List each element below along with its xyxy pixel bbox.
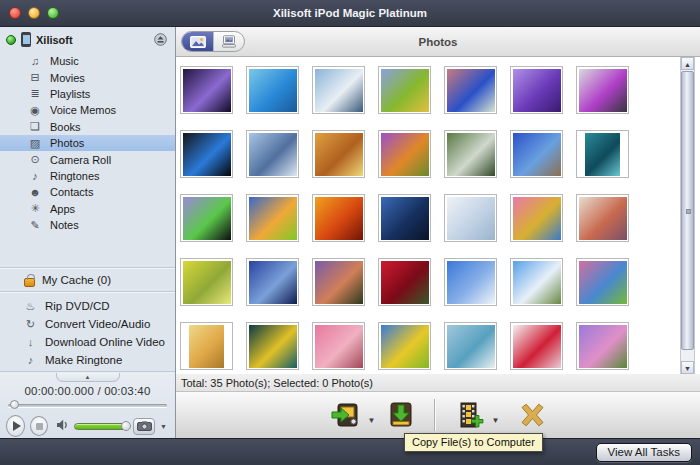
sidebar-item-voice-memos[interactable]: ◉ Voice Memos	[0, 102, 175, 118]
copy-to-device-button[interactable]	[328, 401, 362, 429]
sidebar-item-ringtones[interactable]: ♪ Ringtones	[0, 168, 175, 184]
sidebar-item-photos[interactable]: ▨ Photos	[0, 135, 175, 151]
album-view-icon	[221, 35, 237, 48]
album-view-button[interactable]	[213, 32, 244, 51]
photo-thumbnail[interactable]	[444, 66, 497, 114]
sidebar-tool-rip-dvd-cd[interactable]: ♨ Rip DVD/CD	[0, 297, 175, 315]
photo-thumbnail[interactable]	[576, 322, 629, 370]
photo-thumbnail[interactable]	[180, 258, 233, 306]
sidebar-item-notes[interactable]: ✎ Notes	[0, 217, 175, 233]
sidebar-nav: ♫ Music ⊟ Movies ≣ Playlists ◉ Voice Mem…	[0, 53, 175, 233]
photo-thumbnail[interactable]	[510, 322, 563, 370]
sidebar-item-apps[interactable]: ✳ Apps	[0, 201, 175, 217]
scroll-down-button[interactable]: ▼	[681, 361, 694, 374]
collapse-handle[interactable]: ▲	[56, 373, 120, 382]
photo-thumbnail[interactable]	[444, 258, 497, 306]
chevron-down-icon[interactable]: ▼	[160, 423, 167, 430]
chevron-down-icon[interactable]: ▼	[492, 416, 500, 425]
photo-thumbnail[interactable]	[510, 258, 563, 306]
sidebar-tool-download-online-video[interactable]: ↓ Download Online Video	[0, 333, 175, 351]
convert-icon: ↻	[24, 318, 37, 331]
photo-thumbnail[interactable]	[444, 194, 497, 242]
sidebar-tool-make-ringtone[interactable]: ♪ Make Ringtone	[0, 351, 175, 369]
main-area: Xilisoft ♫ Music ⊟ Movies ≣ Playlists ◉ …	[0, 27, 700, 438]
photo-thumbnail[interactable]	[510, 194, 563, 242]
chevron-down-icon[interactable]: ▼	[368, 416, 376, 425]
sidebar-item-my-cache[interactable]: My Cache (0)	[0, 269, 175, 291]
photo-thumbnail[interactable]	[378, 322, 431, 370]
minimize-button[interactable]	[28, 7, 40, 19]
sidebar-item-books[interactable]: ❏ Books	[0, 119, 175, 135]
photo-thumbnail[interactable]	[378, 258, 431, 306]
photo-image	[579, 325, 627, 368]
photo-grid-area: ▲ ▼	[176, 57, 700, 374]
photo-thumbnail[interactable]	[378, 194, 431, 242]
photo-thumbnail[interactable]	[312, 130, 365, 178]
photo-thumbnail[interactable]	[180, 66, 233, 114]
delete-button[interactable]	[517, 403, 548, 427]
photo-image	[447, 69, 495, 112]
photo-image	[381, 197, 429, 240]
photo-thumbnail[interactable]	[180, 194, 233, 242]
stop-button[interactable]	[30, 416, 48, 436]
photo-thumbnail[interactable]	[576, 258, 629, 306]
photo-thumbnail[interactable]	[180, 322, 233, 370]
playlist-icon: ≣	[28, 87, 42, 100]
device-name: Xilisoft	[36, 34, 149, 46]
close-button[interactable]	[9, 7, 21, 19]
photo-thumbnail[interactable]	[180, 130, 233, 178]
seek-slider[interactable]	[8, 400, 167, 410]
volume-knob[interactable]	[121, 421, 131, 431]
volume-slider[interactable]	[74, 422, 128, 431]
photo-thumbnail[interactable]	[378, 66, 431, 114]
photo-image	[585, 133, 620, 176]
photo-view-button[interactable]	[182, 32, 213, 51]
scroll-up-button[interactable]: ▲	[681, 57, 694, 70]
sidebar-item-contacts[interactable]: ☻ Contacts	[0, 184, 175, 200]
scrollbar-thumb[interactable]	[681, 71, 694, 350]
seek-knob[interactable]	[10, 400, 19, 409]
photo-thumbnail[interactable]	[312, 258, 365, 306]
view-all-tasks-button[interactable]: View All Tasks	[596, 443, 692, 462]
sidebar-tool-convert-video-audio[interactable]: ↻ Convert Video/Audio	[0, 315, 175, 333]
photo-thumbnail[interactable]	[378, 130, 431, 178]
app-window: Xilisoft iPod Magic Platinum Xilisoft ♫ …	[0, 0, 700, 465]
sidebar-device-row[interactable]: Xilisoft	[0, 27, 175, 49]
iphone-icon	[21, 32, 31, 47]
photo-thumbnail[interactable]	[510, 66, 563, 114]
photo-thumbnail[interactable]	[312, 322, 365, 370]
view-switcher	[181, 31, 245, 52]
photo-image	[249, 325, 297, 368]
sidebar-item-movies[interactable]: ⊟ Movies	[0, 69, 175, 85]
sidebar-item-music[interactable]: ♫ Music	[0, 53, 175, 69]
sidebar-item-camera-roll[interactable]: ⊙ Camera Roll	[0, 151, 175, 167]
scrollbar-grip	[686, 209, 691, 214]
photo-image	[249, 197, 297, 240]
photo-thumbnail[interactable]	[246, 66, 299, 114]
photo-thumbnail[interactable]	[510, 130, 563, 178]
add-file-button[interactable]	[454, 401, 486, 429]
photo-thumbnail[interactable]	[312, 194, 365, 242]
photo-thumbnail[interactable]	[576, 130, 629, 178]
photo-thumbnail[interactable]	[246, 258, 299, 306]
zoom-button[interactable]	[47, 7, 59, 19]
photo-thumbnail[interactable]	[246, 194, 299, 242]
photo-image	[315, 69, 363, 112]
photo-thumbnail[interactable]	[246, 322, 299, 370]
photo-thumbnail[interactable]	[444, 130, 497, 178]
snapshot-button[interactable]	[133, 418, 155, 435]
photo-thumbnail[interactable]	[576, 194, 629, 242]
copy-to-computer-button[interactable]	[386, 401, 416, 429]
eject-icon[interactable]	[154, 33, 167, 46]
scrollbar-track[interactable]	[681, 70, 694, 361]
photo-thumbnail[interactable]	[312, 66, 365, 114]
scrollbar: ▲ ▼	[680, 57, 695, 374]
play-button[interactable]	[6, 415, 25, 437]
photo-thumbnail[interactable]	[444, 322, 497, 370]
photo-thumbnail[interactable]	[576, 66, 629, 114]
sidebar-item-playlists[interactable]: ≣ Playlists	[0, 86, 175, 102]
photo-thumbnail[interactable]	[246, 130, 299, 178]
copy-to-computer-icon	[388, 401, 414, 429]
stop-icon	[36, 423, 43, 430]
speaker-icon	[56, 419, 69, 433]
